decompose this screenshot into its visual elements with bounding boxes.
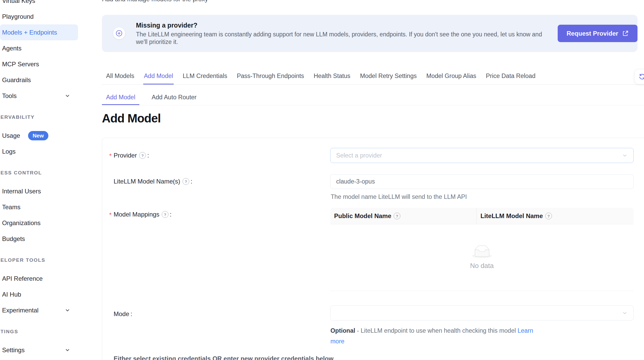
sidebar-item-label: Virtual Keys [2, 0, 35, 4]
provider-label-text: Provider [114, 152, 137, 159]
help-icon[interactable]: ? [139, 152, 146, 159]
column-header-label: Public Model Name [334, 212, 391, 220]
sidebar-item-label: Organizations [2, 219, 41, 227]
sidebar-item-label: Models + Endpoints [2, 29, 57, 36]
column-header-litellm-model-name: LiteLLM Model Name? [476, 208, 634, 224]
model-name-label-text: LiteLLM Model Name(s) [114, 178, 180, 185]
mode-help-rest: - LiteLLM endpoint to use when health ch… [355, 327, 517, 334]
sidebar-section-header: TINGS [0, 324, 78, 339]
sidebar-item-settings[interactable]: Settings [0, 342, 78, 358]
chevron-down-icon [65, 93, 70, 99]
tab-price-data-reload[interactable]: Price Data Reload [485, 68, 536, 84]
sidebar-section-header: ESS CONTROL [0, 165, 78, 181]
sidebar-item-models-endpoints[interactable]: Models + Endpoints [0, 24, 78, 40]
help-icon[interactable]: ? [183, 178, 189, 185]
tab-all-models[interactable]: All Models [106, 68, 135, 84]
sidebar-section-header: ERVABILITY [0, 109, 78, 125]
tab-model-group-alias[interactable]: Model Group Alias [426, 68, 477, 84]
banner-title: Missing a provider? [136, 22, 197, 29]
label-colon: : [191, 178, 192, 185]
missing-provider-banner: Missing a provider? The LiteLLM engineer… [102, 15, 638, 52]
sidebar-item-label: Logs [2, 148, 16, 155]
new-badge: New [28, 131, 48, 140]
tab-pass-through-endpoints[interactable]: Pass-Through Endpoints [236, 68, 305, 84]
label-colon: : [147, 152, 149, 159]
banner-body: The LiteLLM engineering team is constant… [136, 31, 548, 46]
tab-model-retry-settings[interactable]: Model Retry Settings [360, 68, 417, 84]
tab-health-status[interactable]: Health Status [313, 68, 351, 84]
model-name-input[interactable] [330, 174, 634, 189]
sidebar-item-label: Teams [2, 204, 21, 211]
mappings-header-row: Public Model Name?LiteLLM Model Name? [330, 208, 634, 224]
sidebar-item-label: Internal Users [2, 188, 41, 195]
refresh-button[interactable] [634, 69, 644, 84]
tabs-bar: All ModelsAdd ModelLLM CredentialsPass-T… [102, 68, 644, 85]
sidebar-item-playground[interactable]: Playground [0, 9, 78, 24]
provider-select[interactable]: Select a provider [330, 148, 634, 163]
subtab-add-auto-router[interactable]: Add Auto Router [147, 90, 200, 105]
empty-inbox-icon [472, 245, 492, 258]
provider-label: * Provider ? : [114, 151, 149, 160]
tab-llm-credentials[interactable]: LLM Credentials [182, 68, 228, 84]
sidebar-item-label: MCP Servers [2, 61, 39, 68]
page-title: Add Model [102, 111, 161, 125]
sidebar-item-label: Experimental [2, 307, 38, 314]
plus-circle-icon [113, 27, 125, 39]
mode-label-text: Mode [114, 310, 129, 318]
sidebar-section-header: ELOPER TOOLS [0, 252, 78, 268]
help-icon[interactable]: ? [394, 213, 400, 219]
sidebar-item-label: AI Hub [2, 291, 21, 298]
model-name-help-text: The model name LiteLLM will send to the … [331, 193, 467, 200]
required-asterisk: * [109, 152, 112, 160]
chevron-down-icon [622, 310, 628, 316]
mode-help-optional: Optional [330, 327, 355, 334]
sidebar-item-guardrails[interactable]: Guardrails [0, 72, 78, 88]
subtab-add-model[interactable]: Add Model [102, 90, 139, 105]
chevron-down-icon [65, 347, 70, 353]
refresh-icon [639, 73, 644, 80]
sidebar-item-virtual-keys[interactable]: Virtual Keys [0, 0, 78, 9]
mode-select[interactable] [330, 305, 634, 320]
chevron-down-icon [622, 153, 628, 158]
column-header-label: LiteLLM Model Name [480, 212, 543, 220]
subtabs-bar: Add ModelAdd Auto Router [102, 90, 644, 105]
request-provider-button[interactable]: Request Provider [558, 25, 638, 42]
sidebar-item-label: Budgets [2, 235, 25, 243]
sidebar-item-internal-users[interactable]: Internal Users [0, 183, 78, 199]
help-icon[interactable]: ? [162, 211, 168, 218]
sidebar-nav: Virtual KeysPlaygroundModels + Endpoints… [0, 0, 78, 358]
sidebar-item-organizations[interactable]: Organizations [0, 215, 78, 231]
mode-help-text: Optional - LiteLLM endpoint to use when … [330, 325, 538, 347]
sidebar-item-mcp-servers[interactable]: MCP Servers [0, 56, 78, 72]
sidebar-item-experimental[interactable]: Experimental [0, 302, 78, 318]
sidebar-item-usage[interactable]: UsageNew [0, 128, 78, 143]
mappings-empty-state: No data [330, 224, 634, 291]
chevron-down-icon [65, 307, 70, 313]
sidebar-item-label: API Reference [2, 275, 43, 282]
model-mappings-label-text: Model Mappings [114, 211, 159, 218]
label-colon: : [170, 211, 172, 218]
main-content: Add and manage models for the proxy Miss… [102, 0, 644, 360]
sidebar-item-ai-hub[interactable]: AI Hub [0, 286, 78, 302]
credentials-note: Either select existing credentials OR en… [114, 355, 334, 360]
sidebar-item-label: Playground [2, 13, 34, 20]
model-name-label: LiteLLM Model Name(s) ? : [114, 177, 192, 186]
external-link-icon [622, 30, 629, 37]
tab-add-model[interactable]: Add Model [143, 68, 173, 84]
sidebar-item-tools[interactable]: Tools [0, 88, 78, 104]
label-colon: : [131, 310, 132, 318]
request-provider-label: Request Provider [567, 30, 618, 37]
sidebar-item-api-reference[interactable]: API Reference [0, 271, 78, 286]
sidebar-item-teams[interactable]: Teams [0, 199, 78, 215]
mode-label: Mode : [114, 310, 132, 318]
sidebar-item-logs[interactable]: Logs [0, 143, 78, 159]
model-mappings-label: * Model Mappings ? : [114, 210, 172, 219]
help-icon[interactable]: ? [545, 213, 552, 219]
required-asterisk: * [109, 211, 112, 219]
sidebar-item-label: Settings [2, 346, 25, 354]
provider-select-placeholder: Select a provider [336, 152, 382, 159]
no-data-text: No data [470, 262, 494, 270]
model-mappings-table: Public Model Name?LiteLLM Model Name? No… [330, 208, 634, 291]
sidebar-item-budgets[interactable]: Budgets [0, 231, 78, 247]
sidebar-item-agents[interactable]: Agents [0, 40, 78, 56]
